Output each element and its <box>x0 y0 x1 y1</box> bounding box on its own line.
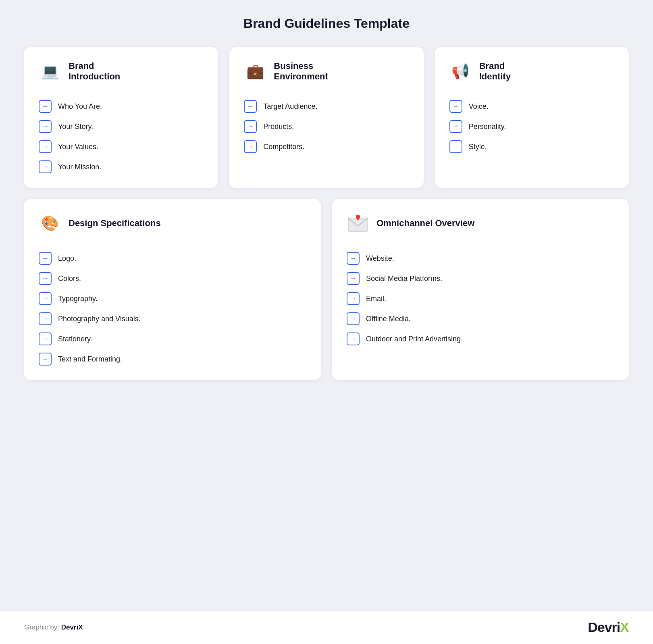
list-item-text: Colors. <box>58 274 81 283</box>
card-title-brand-introduction: BrandIntroduction <box>69 61 120 82</box>
arrow-icon: → <box>244 120 257 133</box>
list-item[interactable]: → Email. <box>347 292 614 305</box>
arrow-icon: → <box>244 140 257 153</box>
footer-credit: Graphic by: DevriX <box>24 623 83 632</box>
laptop-icon: 💻 <box>39 60 61 83</box>
card-header: Omnichannel Overview <box>347 212 614 235</box>
list-item[interactable]: → Your Mission. <box>39 160 204 173</box>
list-item[interactable]: → Logo. <box>39 252 306 265</box>
arrow-icon: → <box>347 312 360 325</box>
card-title-brand-identity: BrandIdentity <box>479 61 511 82</box>
list-item[interactable]: → Website. <box>347 252 614 265</box>
card-title-design-specifications: Design Specifications <box>69 218 161 229</box>
card-design-specifications: 🎨 Design Specifications → Logo. → Colors… <box>24 199 321 380</box>
arrow-icon: → <box>39 120 52 133</box>
list-item-text: Target Audience. <box>263 102 317 111</box>
list-item-text: Your Mission. <box>58 163 101 171</box>
omnichannel-overview-list: → Website. → Social Media Platforms. → E… <box>347 252 614 345</box>
card-header: 🎨 Design Specifications <box>39 212 306 235</box>
card-header: 💼 BusinessEnvironment <box>244 60 409 83</box>
design-specifications-list: → Logo. → Colors. → Typography. → Photog… <box>39 252 306 366</box>
list-item-text: Photography and Visuals. <box>58 315 141 323</box>
list-item[interactable]: → Stationery. <box>39 332 306 345</box>
list-item[interactable]: → Competitors. <box>244 140 409 153</box>
devrix-logo: DevriX <box>588 619 629 635</box>
card-title-omnichannel-overview: Omnichannel Overview <box>376 218 474 229</box>
logo-text: Devri <box>588 619 620 635</box>
briefcase-icon: 💼 <box>244 60 266 83</box>
list-item-text: Website. <box>366 254 394 263</box>
envelope-icon <box>347 212 369 235</box>
arrow-icon: → <box>449 140 462 153</box>
list-item[interactable]: → Personality. <box>449 120 614 133</box>
card-omnichannel-overview: Omnichannel Overview → Website. → Social… <box>332 199 629 380</box>
page-title: Brand Guidelines Template <box>24 16 629 31</box>
list-item[interactable]: → Products. <box>244 120 409 133</box>
list-item-text: Who You Are. <box>58 102 102 111</box>
list-item-text: Stationery. <box>58 335 92 343</box>
list-item[interactable]: → Text and Formating. <box>39 353 306 366</box>
list-item[interactable]: → Who You Are. <box>39 100 204 113</box>
megaphone-icon: 📢 <box>449 60 472 83</box>
list-item-text: Competitors. <box>263 143 304 151</box>
list-item-text: Personality. <box>469 123 506 131</box>
footer: Graphic by: DevriX DevriX <box>0 610 653 644</box>
business-environment-list: → Target Audience. → Products. → Competi… <box>244 100 409 153</box>
arrow-icon: → <box>244 100 257 113</box>
list-item-text: Text and Formating. <box>58 355 122 364</box>
bottom-grid: 🎨 Design Specifications → Logo. → Colors… <box>24 199 629 380</box>
card-divider <box>244 90 409 90</box>
arrow-icon: → <box>39 292 52 305</box>
palette-icon: 🎨 <box>39 212 61 235</box>
arrow-icon: → <box>39 332 52 345</box>
list-item[interactable]: → Typography. <box>39 292 306 305</box>
arrow-icon: → <box>347 252 360 265</box>
list-item[interactable]: → Your Values. <box>39 140 204 153</box>
list-item[interactable]: → Your Story. <box>39 120 204 133</box>
card-divider <box>39 242 306 242</box>
arrow-icon: → <box>449 100 462 113</box>
card-brand-introduction: 💻 BrandIntroduction → Who You Are. → You… <box>24 47 218 188</box>
list-item[interactable]: → Offline Media. <box>347 312 614 325</box>
list-item-text: Your Story. <box>58 123 93 131</box>
list-item-text: Voice. <box>469 102 489 111</box>
logo-x: X <box>620 619 629 635</box>
list-item[interactable]: → Photography and Visuals. <box>39 312 306 325</box>
card-header: 💻 BrandIntroduction <box>39 60 204 83</box>
list-item-text: Offline Media. <box>366 315 411 323</box>
list-item[interactable]: → Outdoor and Print Advertising. <box>347 332 614 345</box>
list-item[interactable]: → Voice. <box>449 100 614 113</box>
arrow-icon: → <box>39 100 52 113</box>
arrow-icon: → <box>39 252 52 265</box>
top-grid: 💻 BrandIntroduction → Who You Are. → You… <box>24 47 629 188</box>
card-divider <box>39 90 204 90</box>
arrow-icon: → <box>39 160 52 173</box>
list-item-text: Products. <box>263 123 294 131</box>
card-title-business-environment: BusinessEnvironment <box>274 61 328 82</box>
list-item-text: Typography. <box>58 295 98 303</box>
card-business-environment: 💼 BusinessEnvironment → Target Audience.… <box>229 47 423 188</box>
list-item[interactable]: → Social Media Platforms. <box>347 272 614 285</box>
arrow-icon: → <box>39 312 52 325</box>
brand-identity-list: → Voice. → Personality. → Style. <box>449 100 614 153</box>
list-item-text: Outdoor and Print Advertising. <box>366 335 463 343</box>
arrow-icon: → <box>449 120 462 133</box>
list-item[interactable]: → Colors. <box>39 272 306 285</box>
list-item-text: Social Media Platforms. <box>366 274 442 283</box>
list-item[interactable]: → Target Audience. <box>244 100 409 113</box>
brand-introduction-list: → Who You Are. → Your Story. → Your Valu… <box>39 100 204 173</box>
card-brand-identity: 📢 BrandIdentity → Voice. → Personality. … <box>435 47 629 188</box>
arrow-icon: → <box>39 140 52 153</box>
arrow-icon: → <box>39 272 52 285</box>
list-item[interactable]: → Style. <box>449 140 614 153</box>
arrow-icon: → <box>347 332 360 345</box>
graphic-by-name: DevriX <box>61 623 83 631</box>
card-divider <box>449 90 614 90</box>
card-header: 📢 BrandIdentity <box>449 60 614 83</box>
arrow-icon: → <box>39 353 52 366</box>
graphic-by-label: Graphic by: <box>24 623 61 631</box>
list-item-text: Email. <box>366 295 386 303</box>
card-divider <box>347 242 614 242</box>
list-item-text: Style. <box>469 143 487 151</box>
list-item-text: Logo. <box>58 254 76 263</box>
